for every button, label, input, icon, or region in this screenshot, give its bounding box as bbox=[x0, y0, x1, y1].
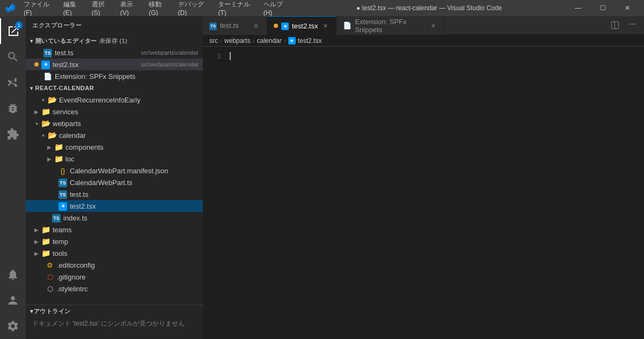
tree-item-test2-tsx[interactable]: ⚛ test2.tsx bbox=[26, 200, 203, 212]
menu-file[interactable]: ファイル(F) bbox=[19, 0, 58, 18]
activity-source-control[interactable] bbox=[0, 70, 26, 95]
file-name: test.ts bbox=[55, 49, 141, 57]
tab-actions bbox=[608, 16, 644, 34]
folder-open-icon: 📂 bbox=[47, 131, 57, 139]
menu-help[interactable]: ヘルプ(H) bbox=[259, 0, 292, 18]
tab-close-button[interactable]: × bbox=[429, 21, 437, 30]
breadcrumb-sep3: › bbox=[284, 37, 286, 45]
breadcrumb: src › webparts › calendar › ⚛ test2.tsx bbox=[203, 35, 644, 47]
gitignore-icon: ⬡ bbox=[45, 273, 55, 281]
open-editor-test-ts[interactable]: TS test.ts src\webparts\calendar bbox=[26, 47, 203, 58]
tabs-bar: TS test.ts × ⚛ test2.tsx × 📄 Extension: … bbox=[203, 16, 644, 35]
tree-item-stylelintrc[interactable]: ⬡ .stylelintrc bbox=[26, 283, 203, 294]
maximize-button[interactable]: ☐ bbox=[590, 0, 615, 16]
tree-item-eventrecurrence[interactable]: ▾ 📂 EventRecurrenceInfoEarly bbox=[26, 94, 203, 106]
main-layout: 1 bbox=[0, 16, 644, 339]
tree-item-calendarwebpart-ts[interactable]: TS CalendarWebPart.ts bbox=[26, 176, 203, 188]
tree-item-gitignore[interactable]: ⬡ .gitignore bbox=[26, 271, 203, 283]
project-arrow: ▾ bbox=[30, 85, 33, 91]
project-section[interactable]: ▾ REACT-CALENDAR bbox=[26, 82, 203, 94]
more-actions-button[interactable] bbox=[625, 18, 640, 33]
tree-item-loc[interactable]: ▶ 📁 loc bbox=[26, 153, 203, 165]
sidebar: エクスプローラー ▾ 開いているエディター 未保存 (1) TS test.ts… bbox=[26, 16, 203, 339]
project-label: REACT-CALENDAR bbox=[35, 85, 94, 91]
tree-item-temp[interactable]: ▶ 📁 temp bbox=[26, 235, 203, 247]
open-editor-test2-tsx[interactable]: ⚛ test2.tsx src\webparts\calendar bbox=[26, 58, 203, 70]
menu-go[interactable]: 移動(G) bbox=[144, 0, 172, 18]
folder-name: loc bbox=[65, 155, 203, 163]
breadcrumb-webparts[interactable]: webparts bbox=[224, 37, 251, 45]
breadcrumb-src[interactable]: src bbox=[209, 37, 218, 45]
generic-icon: 📄 bbox=[43, 72, 53, 80]
activity-search[interactable] bbox=[0, 44, 26, 70]
activity-notifications[interactable] bbox=[0, 262, 26, 288]
folder-arrow: ▶ bbox=[32, 227, 41, 233]
activity-account[interactable] bbox=[0, 288, 26, 313]
menu-view[interactable]: 表示(V) bbox=[116, 0, 143, 18]
file-name: index.ts bbox=[63, 214, 203, 222]
file-name: CalendarWebPart.ts bbox=[70, 179, 203, 187]
activity-explorer[interactable]: 1 bbox=[0, 18, 26, 44]
folder-name: EventRecurrenceInfoEarly bbox=[59, 96, 203, 104]
tree-item-test-ts[interactable]: TS test.ts bbox=[26, 188, 203, 200]
menu-edit[interactable]: 編集(E) bbox=[59, 0, 86, 18]
tsx-icon: ⚛ bbox=[58, 201, 68, 211]
tab-close-button[interactable]: × bbox=[252, 21, 260, 30]
menu-terminal[interactable]: ターミナル(T) bbox=[214, 0, 258, 18]
folder-closed-icon: 📁 bbox=[54, 143, 63, 151]
folder-closed-icon: 📁 bbox=[54, 154, 63, 163]
code-content[interactable] bbox=[230, 51, 644, 335]
file-name: .stylelintrc bbox=[57, 285, 203, 293]
tree-item-editorconfig[interactable]: ⚙ .editorconfig bbox=[26, 259, 203, 271]
breadcrumb-sep: › bbox=[220, 37, 222, 45]
folder-closed-icon: 📁 bbox=[41, 225, 50, 234]
menu-debug[interactable]: デバッグ(D) bbox=[174, 0, 213, 18]
tree-item-tools[interactable]: ▶ 📁 tools bbox=[26, 247, 203, 259]
line-numbers: 1 bbox=[203, 51, 230, 335]
file-path: src\webparts\calendar bbox=[141, 61, 199, 68]
minimize-button[interactable]: — bbox=[566, 0, 590, 16]
folder-open-icon: 📂 bbox=[47, 95, 57, 104]
open-editors-arrow: ▾ bbox=[30, 38, 33, 44]
tree-item-teams[interactable]: ▶ 📁 teams bbox=[26, 224, 203, 235]
tree-item-services[interactable]: ▶ 📁 services bbox=[26, 106, 203, 117]
file-name: .gitignore bbox=[57, 273, 203, 281]
tab-label: test2.tsx bbox=[292, 22, 318, 30]
activity-debug[interactable] bbox=[0, 95, 26, 121]
breadcrumb-calendar[interactable]: calendar bbox=[257, 37, 282, 45]
badge: 1 bbox=[15, 21, 23, 29]
tree-item-webparts[interactable]: ▾ 📂 webparts bbox=[26, 117, 203, 129]
tab-extension[interactable]: 📄 Extension: SPFx Snippets × bbox=[336, 16, 444, 35]
file-name: test2.tsx bbox=[53, 61, 141, 69]
code-editor[interactable]: 1 bbox=[203, 47, 644, 339]
activity-extensions[interactable] bbox=[0, 121, 26, 147]
breadcrumb-file[interactable]: test2.tsx bbox=[298, 37, 322, 45]
ts-icon: TS bbox=[58, 178, 68, 187]
tab-test2-tsx[interactable]: ⚛ test2.tsx × bbox=[267, 16, 336, 35]
json-icon: {} bbox=[58, 167, 68, 175]
ts-icon: TS bbox=[43, 48, 53, 57]
close-button[interactable]: ✕ bbox=[615, 0, 640, 16]
folder-arrow: ▶ bbox=[32, 109, 41, 115]
tree-item-components[interactable]: ▶ 📁 components bbox=[26, 141, 203, 153]
open-editors-section[interactable]: ▾ 開いているエディター 未保存 (1) bbox=[26, 35, 203, 47]
tab-close-button[interactable]: × bbox=[321, 21, 330, 30]
folder-name: services bbox=[53, 108, 203, 116]
tsx-breadcrumb-icon: ⚛ bbox=[288, 36, 296, 45]
text-cursor bbox=[230, 52, 231, 60]
folder-open-icon: 📂 bbox=[41, 119, 50, 128]
open-editor-extension[interactable]: 📄 Extension: SPFx Snippets bbox=[26, 70, 203, 82]
folder-closed-icon: 📁 bbox=[41, 237, 50, 246]
tree-item-manifest[interactable]: {} CalendarWebPart.manifest.json bbox=[26, 165, 203, 176]
folder-name: components bbox=[65, 143, 203, 151]
sidebar-title: エクスプローラー bbox=[26, 16, 203, 35]
tab-test-ts[interactable]: TS test.ts × bbox=[203, 16, 267, 35]
folder-name: webparts bbox=[53, 120, 203, 128]
outline-header[interactable]: ▾ アウトライン bbox=[26, 305, 203, 317]
tree-item-index-ts[interactable]: TS index.ts bbox=[26, 212, 203, 224]
split-editor-button[interactable] bbox=[608, 18, 623, 33]
activity-settings[interactable] bbox=[0, 313, 26, 339]
tree-item-calendar[interactable]: ▾ 📂 calendar bbox=[26, 129, 203, 141]
menu-select[interactable]: 選択(S) bbox=[87, 0, 115, 18]
editor-area: TS test.ts × ⚛ test2.tsx × 📄 Extension: … bbox=[203, 16, 644, 339]
